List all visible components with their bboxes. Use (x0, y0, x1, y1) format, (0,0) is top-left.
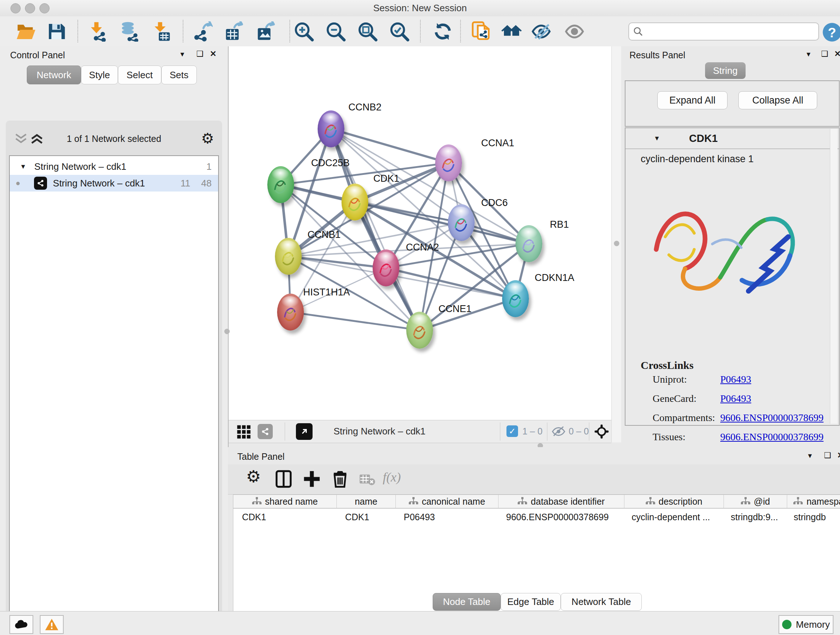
network-row[interactable]: ● String Network – cdk1 11 48 (10, 175, 218, 192)
table-row[interactable]: CDK1CDK1P064939606.ENSP00000378699cyclin… (233, 509, 840, 525)
splitter-handle[interactable] (614, 241, 619, 246)
expand-all-button[interactable]: Expand All (657, 91, 728, 109)
table-cell[interactable]: stringdb (785, 512, 840, 523)
collapse-all-button[interactable]: Collapse All (738, 91, 817, 109)
hidden-eye-slash-icon[interactable] (551, 425, 566, 438)
zoom-out-icon[interactable] (325, 21, 346, 42)
network-node-cdc25b[interactable] (267, 166, 294, 203)
export-table-icon[interactable] (224, 21, 245, 42)
search-input[interactable] (644, 26, 804, 37)
tab-network[interactable]: Network (27, 65, 81, 84)
panel-float-icon[interactable]: ❑ (821, 49, 829, 59)
column-header-namespace[interactable]: namespace (787, 495, 840, 508)
main-toolbar: ? (0, 16, 840, 47)
table-cell[interactable]: 9606.ENSP00000378699 (497, 512, 623, 523)
network-options-gear-icon[interactable]: ⚙ (201, 130, 214, 147)
tab-edge-table[interactable]: Edge Table (501, 593, 561, 611)
import-network-icon[interactable] (88, 21, 108, 42)
collection-expander-icon[interactable]: ▼ (20, 163, 27, 171)
network-node-ccnb1[interactable] (275, 238, 302, 275)
cloud-status-button[interactable] (9, 615, 33, 634)
apply-layout-houses-icon[interactable] (501, 21, 522, 42)
panel-menu-icon[interactable]: ▼ (807, 452, 813, 460)
table-cell[interactable]: stringdb:9... (722, 512, 785, 523)
delete-column-icon[interactable] (331, 470, 349, 488)
network-node-cdk1[interactable] (341, 184, 368, 220)
control-panel-title: Control Panel (10, 50, 65, 60)
panel-float-icon[interactable]: ❑ (196, 49, 204, 59)
crosslink-link[interactable]: 9606.ENSP00000378699 (720, 431, 823, 443)
column-header-database-identifier[interactable]: database identifier (499, 495, 624, 508)
grid-view-icon[interactable] (237, 424, 251, 439)
table-cell[interactable]: CDK1 (336, 512, 395, 523)
memory-button[interactable]: Memory (778, 615, 834, 634)
new-network-from-selection-icon[interactable] (471, 21, 491, 42)
crosslink-link[interactable]: P06493 (720, 374, 752, 385)
network-node-hist1h1a[interactable] (277, 294, 304, 331)
table-options-gear-icon[interactable]: ⚙ (246, 467, 261, 486)
refresh-icon[interactable] (433, 21, 453, 42)
gene-expander-icon[interactable]: ▼ (654, 135, 660, 142)
import-network-database-icon[interactable] (119, 21, 140, 42)
column-header--id[interactable]: @id (724, 495, 787, 508)
gene-entry-header[interactable]: ▼ CDK1 (625, 128, 839, 149)
crosslink-link[interactable]: P06493 (720, 393, 752, 404)
table-cell[interactable]: P06493 (395, 512, 497, 523)
column-header-name[interactable]: name (337, 495, 396, 508)
tab-network-table[interactable]: Network Table (561, 593, 642, 611)
splitter-handle[interactable] (224, 329, 230, 334)
warnings-button[interactable] (40, 615, 64, 634)
help-icon[interactable]: ? (822, 22, 840, 42)
network-node-ccna1[interactable] (435, 144, 462, 181)
network-share-icon[interactable] (257, 424, 273, 439)
export-image-icon[interactable] (256, 21, 276, 42)
network-node-ccnb2[interactable] (317, 111, 344, 147)
search-box[interactable] (628, 22, 819, 41)
crosslink-link[interactable]: 9606.ENSP00000378699 (720, 412, 823, 424)
hide-selected-eye-icon[interactable] (531, 21, 551, 42)
zoom-fit-icon[interactable] (357, 21, 378, 42)
panel-float-icon[interactable]: ❑ (824, 451, 831, 460)
network-node-rb1[interactable] (515, 225, 542, 262)
open-birds-eye-icon[interactable] (296, 423, 313, 440)
tab-select[interactable]: Select (118, 65, 161, 84)
pan-crosshair-icon[interactable] (594, 424, 609, 439)
tab-string[interactable]: String (705, 62, 745, 79)
node-label-ccnb2: CCNB2 (348, 102, 382, 113)
table-cell[interactable]: cyclin-dependent ... (623, 512, 722, 523)
panel-close-icon[interactable]: ✕ (837, 451, 840, 460)
column-header-description[interactable]: description (624, 495, 724, 508)
zoom-in-icon[interactable] (294, 21, 314, 42)
panel-close-icon[interactable]: ✕ (210, 49, 216, 59)
network-node-cdkn1a[interactable] (502, 280, 529, 317)
import-table-icon[interactable] (151, 21, 172, 42)
network-collection-row[interactable]: ▼ String Network – cdk1 1 (10, 158, 218, 175)
network-node-cdc6[interactable] (448, 204, 475, 241)
save-session-icon[interactable] (46, 21, 66, 42)
delete-table-icon[interactable] (359, 472, 376, 486)
panel-menu-icon[interactable]: ▼ (179, 51, 186, 58)
export-network-icon[interactable] (193, 21, 213, 42)
column-header-shared-name[interactable]: shared name (233, 495, 337, 508)
open-session-icon[interactable] (16, 21, 36, 42)
panel-close-icon[interactable]: ✕ (834, 49, 840, 59)
add-column-icon[interactable] (302, 470, 321, 488)
zoom-selected-icon[interactable] (389, 21, 409, 42)
column-header-canonical-name[interactable]: canonical name (396, 495, 499, 508)
tab-style[interactable]: Style (81, 65, 118, 84)
network-node-ccna2[interactable] (373, 249, 399, 287)
results-scrollbar[interactable] (830, 129, 837, 424)
panel-menu-icon[interactable]: ▼ (805, 51, 812, 58)
network-edge[interactable] (291, 312, 420, 330)
tab-node-table[interactable]: Node Table (433, 593, 501, 611)
network-node-ccne1[interactable] (406, 312, 433, 348)
show-columns-icon[interactable] (274, 470, 293, 488)
network-edge[interactable] (288, 256, 386, 268)
tab-sets[interactable]: Sets (161, 65, 197, 84)
column-type-icon (518, 497, 527, 506)
table-cell[interactable]: CDK1 (233, 512, 336, 523)
graphics-details-eye-icon[interactable] (564, 21, 584, 42)
network-canvas[interactable]: CCNB2CCNA1CDC25BCDK1CDC6RB1CCNB1CCNA2CDK… (229, 46, 611, 420)
function-builder-icon[interactable]: f(x) (383, 470, 401, 485)
selected-checkbox-icon[interactable]: ✓ (507, 425, 518, 437)
